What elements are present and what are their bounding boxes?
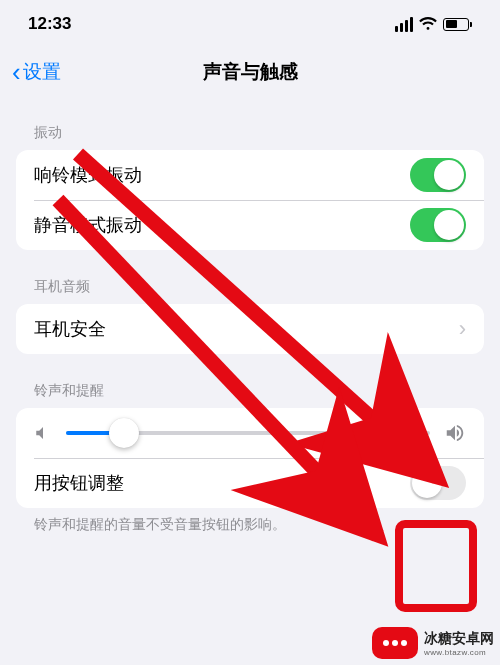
group-ringer: 用按钮调整: [16, 408, 484, 508]
volume-high-icon: [444, 422, 466, 444]
back-label: 设置: [23, 59, 61, 85]
group-vibrate: 响铃模式振动 静音模式振动: [16, 150, 484, 250]
watermark-logo-icon: [372, 627, 418, 659]
toggle-ring-vibrate[interactable]: [410, 158, 466, 192]
chevron-right-icon: ›: [459, 316, 466, 342]
toggle-silent-vibrate[interactable]: [410, 208, 466, 242]
group-headphone: 耳机安全 ›: [16, 304, 484, 354]
row-silent-vibrate[interactable]: 静音模式振动: [16, 200, 484, 250]
nav-bar: ‹ 设置 声音与触感: [0, 48, 500, 96]
back-button[interactable]: ‹ 设置: [12, 59, 61, 85]
row-label: 耳机安全: [34, 317, 106, 341]
row-volume-slider[interactable]: [16, 408, 484, 458]
volume-slider[interactable]: [66, 431, 430, 435]
page-title: 声音与触感: [203, 59, 298, 85]
toggle-change-with-buttons[interactable]: [410, 466, 466, 500]
section-header-vibrate: 振动: [16, 96, 484, 150]
status-time: 12:33: [28, 14, 71, 34]
wifi-icon: [419, 17, 437, 31]
row-headphone-safety[interactable]: 耳机安全 ›: [16, 304, 484, 354]
footer-note: 铃声和提醒的音量不受音量按钮的影响。: [16, 508, 484, 542]
section-header-ringer: 铃声和提醒: [16, 354, 484, 408]
cellular-icon: [395, 17, 413, 32]
status-icons: [395, 17, 472, 32]
row-change-with-buttons[interactable]: 用按钮调整: [16, 458, 484, 508]
watermark: 冰糖安卓网 www.btazw.com: [372, 627, 494, 659]
watermark-url: www.btazw.com: [424, 648, 486, 657]
watermark-name: 冰糖安卓网: [424, 630, 494, 648]
row-label: 响铃模式振动: [34, 163, 142, 187]
status-bar: 12:33: [0, 0, 500, 48]
volume-low-icon: [34, 424, 52, 442]
battery-icon: [443, 18, 472, 31]
row-label: 静音模式振动: [34, 213, 142, 237]
section-header-headphone: 耳机音频: [16, 250, 484, 304]
row-label: 用按钮调整: [34, 471, 124, 495]
chevron-left-icon: ‹: [12, 59, 21, 85]
row-ring-vibrate[interactable]: 响铃模式振动: [16, 150, 484, 200]
